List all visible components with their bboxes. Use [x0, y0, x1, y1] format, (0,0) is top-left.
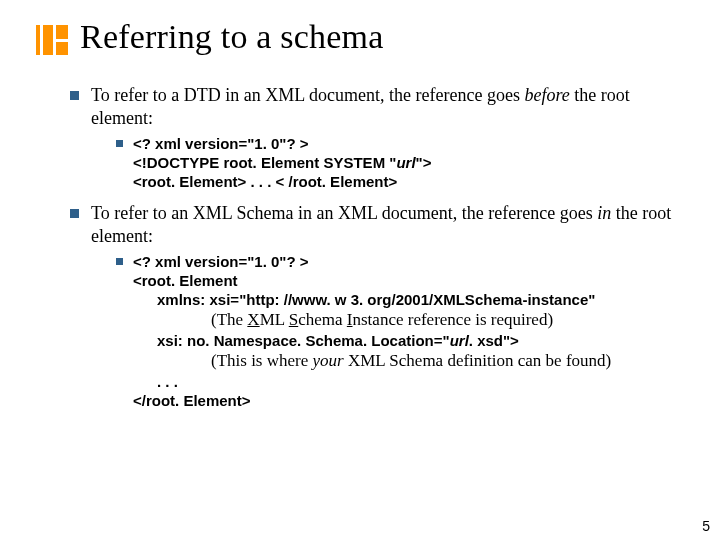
square-bullet-icon — [116, 258, 123, 265]
slide-body: To refer to a DTD in an XML document, th… — [0, 56, 720, 410]
slide: Referring to a schema To refer to a DTD … — [0, 0, 720, 540]
code-line: xsi: no. Namespace. Schema. Location=" — [157, 332, 450, 349]
bullet-1-text-em: before — [524, 85, 569, 105]
code-line: <root. Element> . . . < /root. Element> — [133, 173, 397, 190]
code-note: (The XML Schema Instance reference is re… — [133, 309, 692, 331]
code-line: . . . — [133, 372, 692, 391]
code-url: url — [450, 332, 469, 349]
bullet-1-code: <? xml version="1. 0"? > <!DOCTYPE root.… — [116, 134, 692, 192]
code-note: (This is where your XML Schema definitio… — [133, 350, 692, 372]
square-bullet-icon — [116, 140, 123, 147]
code-line: <? xml version="1. 0"? > — [133, 135, 309, 152]
bullet-2: To refer to an XML Schema in an XML docu… — [70, 202, 692, 248]
page-number: 5 — [702, 518, 710, 534]
bullet-2-text-pre: To refer to an XML Schema in an XML docu… — [91, 203, 597, 223]
square-bullet-icon — [70, 91, 79, 100]
code-line: . xsd"> — [469, 332, 519, 349]
accent-icon — [36, 25, 68, 55]
code-line: <!DOCTYPE root. Element SYSTEM " — [133, 154, 396, 171]
square-bullet-icon — [70, 209, 79, 218]
code-line: xmlns: xsi="http: //www. w 3. org/2001/X… — [133, 290, 692, 309]
code-line: </root. Element> — [133, 392, 251, 409]
code-line: "> — [416, 154, 432, 171]
slide-title: Referring to a schema — [80, 18, 383, 56]
bullet-2-text-em: in — [597, 203, 611, 223]
code-url: url — [396, 154, 415, 171]
bullet-2-code: <? xml version="1. 0"? > <root. Element … — [116, 252, 692, 411]
code-line: <root. Element — [133, 272, 238, 289]
title-row: Referring to a schema — [0, 0, 720, 56]
bullet-1-text-pre: To refer to a DTD in an XML document, th… — [91, 85, 524, 105]
code-line: <? xml version="1. 0"? > — [133, 253, 309, 270]
bullet-1: To refer to a DTD in an XML document, th… — [70, 84, 692, 130]
